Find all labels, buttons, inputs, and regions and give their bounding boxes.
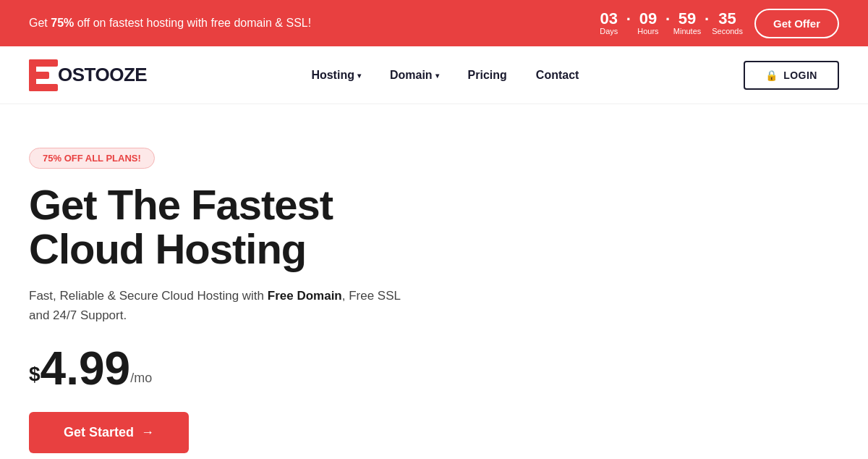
logo-icon: [29, 59, 58, 91]
banner-right: 03 Days · 09 Hours · 59 Minutes · 35 Sec…: [595, 9, 839, 38]
countdown-sep-2: ·: [665, 10, 670, 29]
countdown-minutes: 59 Minutes: [673, 11, 702, 35]
svg-rect-3: [29, 84, 58, 91]
nav-item-hosting[interactable]: Hosting ▾: [299, 63, 373, 88]
cta-container: Get Started →: [29, 412, 405, 459]
nav-item-domain[interactable]: Domain ▾: [378, 63, 451, 88]
svg-rect-1: [29, 59, 58, 67]
hosting-chevron-icon: ▾: [357, 72, 361, 80]
navbar: OSTOOZE Hosting ▾ Domain ▾ Pricing Conta…: [0, 46, 868, 104]
nav-item-contact[interactable]: Contact: [524, 63, 591, 88]
lock-icon: 🔒: [765, 70, 778, 81]
logo[interactable]: OSTOOZE: [29, 59, 147, 91]
hero-subtitle: Fast, Reliable & Secure Cloud Hosting wi…: [29, 286, 405, 325]
get-offer-button[interactable]: Get Offer: [754, 9, 839, 38]
discount-badge: 75% OFF ALL PLANS!: [29, 148, 155, 169]
login-button[interactable]: 🔒 LOGIN: [744, 61, 839, 90]
arrow-icon: →: [141, 425, 154, 440]
nav-links: Hosting ▾ Domain ▾ Pricing Contact: [299, 63, 590, 88]
countdown-sep-3: ·: [705, 10, 709, 29]
price-row: $ 4.99 /mo: [29, 345, 405, 392]
domain-chevron-icon: ▾: [435, 72, 439, 80]
get-started-button[interactable]: Get Started →: [29, 412, 189, 453]
countdown-seconds: 35 Seconds: [712, 11, 743, 35]
countdown-days: 03 Days: [595, 11, 624, 35]
price-dollar: $: [29, 363, 41, 386]
price-period: /mo: [130, 371, 152, 386]
nav-item-pricing[interactable]: Pricing: [456, 63, 519, 88]
logo-text: OSTOOZE: [58, 64, 147, 86]
hero-section: 75% OFF ALL PLANS! Get The Fastest Cloud…: [0, 104, 434, 459]
price-amount: 4.99: [41, 345, 131, 392]
countdown-sep-1: ·: [626, 10, 631, 29]
svg-rect-2: [29, 72, 49, 79]
countdown-hours: 09 Hours: [634, 11, 663, 35]
banner-text: Get 75% off on fastest hosting with free…: [29, 17, 311, 30]
countdown: 03 Days · 09 Hours · 59 Minutes · 35 Sec…: [595, 10, 743, 36]
top-banner: Get 75% off on fastest hosting with free…: [0, 0, 868, 46]
hero-title: Get The Fastest Cloud Hosting: [29, 183, 405, 271]
